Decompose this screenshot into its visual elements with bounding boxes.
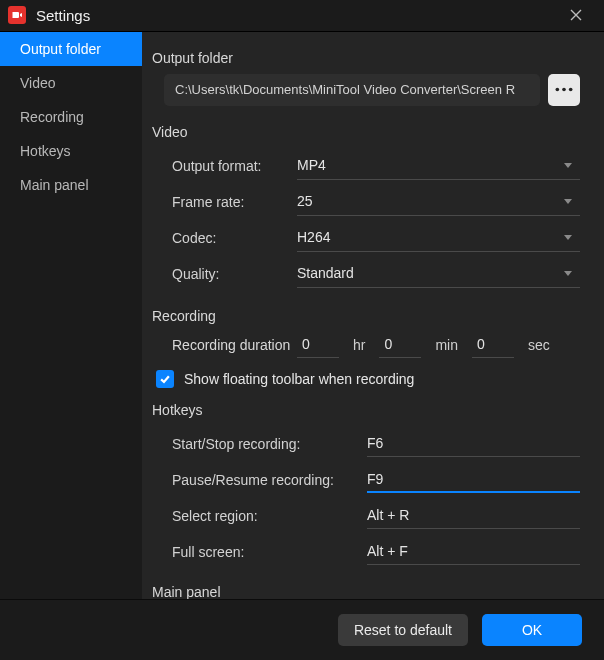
hotkey-selectregion-label: Select region: xyxy=(172,508,367,524)
duration-sec-input[interactable] xyxy=(472,332,514,358)
ok-button[interactable]: OK xyxy=(482,614,582,646)
sidebar-item-label: Output folder xyxy=(20,41,101,57)
section-hotkeys: Hotkeys xyxy=(152,402,580,418)
frame-rate-select[interactable]: 25 xyxy=(297,188,580,216)
svg-point-0 xyxy=(556,88,560,92)
hotkey-startstop-value[interactable]: F6 xyxy=(367,431,580,457)
output-format-value: MP4 xyxy=(297,157,326,173)
settings-main: Output folder C:\Users\tk\Documents\Mini… xyxy=(142,32,604,599)
duration-min-input[interactable] xyxy=(379,332,421,358)
sidebar-item-output-folder[interactable]: Output folder xyxy=(0,32,142,66)
svg-point-1 xyxy=(562,88,566,92)
svg-point-2 xyxy=(569,88,573,92)
output-folder-field[interactable]: C:\Users\tk\Documents\MiniTool Video Con… xyxy=(164,74,540,106)
ellipsis-icon xyxy=(554,86,574,93)
titlebar: Settings xyxy=(0,0,604,32)
output-format-select[interactable]: MP4 xyxy=(297,152,580,180)
sidebar-item-hotkeys[interactable]: Hotkeys xyxy=(0,134,142,168)
hotkey-fullscreen-value[interactable]: Alt + F xyxy=(367,539,580,565)
min-unit: min xyxy=(435,337,458,353)
chevron-down-icon xyxy=(564,199,572,204)
frame-rate-label: Frame rate: xyxy=(172,194,297,210)
browse-button[interactable] xyxy=(548,74,580,106)
chevron-down-icon xyxy=(564,163,572,168)
section-video: Video xyxy=(152,124,580,140)
footer: Reset to default OK xyxy=(0,599,604,660)
codec-label: Codec: xyxy=(172,230,297,246)
close-icon xyxy=(570,9,582,21)
quality-label: Quality: xyxy=(172,266,297,282)
recording-duration-label: Recording duration xyxy=(172,337,297,353)
codec-value: H264 xyxy=(297,229,330,245)
sidebar-item-main-panel[interactable]: Main panel xyxy=(0,168,142,202)
section-main-panel: Main panel xyxy=(152,584,580,599)
reset-to-default-button[interactable]: Reset to default xyxy=(338,614,468,646)
chevron-down-icon xyxy=(564,235,572,240)
sidebar-item-label: Video xyxy=(20,75,56,91)
section-recording: Recording xyxy=(152,308,580,324)
app-icon xyxy=(8,6,26,24)
chevron-down-icon xyxy=(564,271,572,276)
hotkey-pauseresume-label: Pause/Resume recording: xyxy=(172,472,367,488)
floating-toolbar-checkbox[interactable] xyxy=(156,370,174,388)
quality-select[interactable]: Standard xyxy=(297,260,580,288)
window-title: Settings xyxy=(36,7,90,24)
sidebar-item-recording[interactable]: Recording xyxy=(0,100,142,134)
section-output-folder: Output folder xyxy=(152,50,580,66)
hr-unit: hr xyxy=(353,337,365,353)
quality-value: Standard xyxy=(297,265,354,281)
output-folder-path: C:\Users\tk\Documents\MiniTool Video Con… xyxy=(175,82,515,97)
floating-toolbar-label: Show floating toolbar when recording xyxy=(184,371,414,387)
sidebar-item-label: Main panel xyxy=(20,177,89,193)
close-button[interactable] xyxy=(554,1,598,29)
output-format-label: Output format: xyxy=(172,158,297,174)
sidebar-item-label: Hotkeys xyxy=(20,143,71,159)
check-icon xyxy=(159,373,171,385)
hotkey-fullscreen-label: Full screen: xyxy=(172,544,367,560)
duration-hr-input[interactable] xyxy=(297,332,339,358)
frame-rate-value: 25 xyxy=(297,193,313,209)
hotkey-selectregion-value[interactable]: Alt + R xyxy=(367,503,580,529)
sidebar-item-label: Recording xyxy=(20,109,84,125)
codec-select[interactable]: H264 xyxy=(297,224,580,252)
sidebar-item-video[interactable]: Video xyxy=(0,66,142,100)
hotkey-pauseresume-value[interactable]: F9 xyxy=(367,467,580,493)
sec-unit: sec xyxy=(528,337,550,353)
hotkey-startstop-label: Start/Stop recording: xyxy=(172,436,367,452)
settings-sidebar: Output folder Video Recording Hotkeys Ma… xyxy=(0,32,142,599)
